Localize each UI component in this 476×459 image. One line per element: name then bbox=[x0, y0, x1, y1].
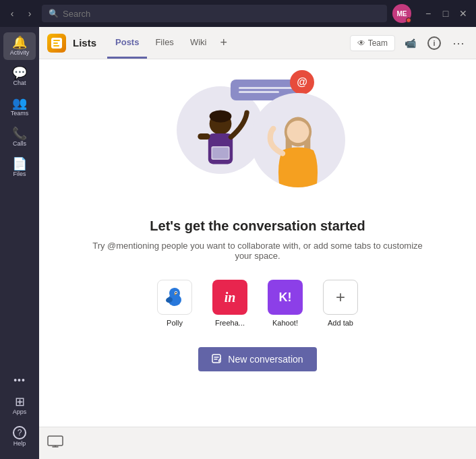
minimize-btn[interactable]: − bbox=[421, 8, 436, 19]
nav-back-btn[interactable]: ‹ bbox=[5, 9, 19, 18]
kahoot-icon: K! bbox=[268, 280, 303, 315]
app-tile-kahoot[interactable]: K! Kahoot! bbox=[262, 280, 309, 327]
search-bar[interactable]: 🔍 bbox=[42, 5, 387, 22]
add-tab-label: Add tab bbox=[328, 319, 353, 327]
device-icon[interactable] bbox=[47, 435, 63, 451]
app-tile-freehand[interactable]: in Freeha... bbox=[206, 280, 254, 327]
sidebar-item-more[interactable]: ••• bbox=[3, 371, 36, 389]
sidebar-item-activity[interactable]: 🔔 Activity bbox=[3, 32, 36, 60]
apps-row: Polly in Freeha... K! Kahoot! bbox=[151, 280, 364, 327]
teams-icon: 👥 bbox=[12, 97, 27, 109]
polly-bird-svg bbox=[162, 285, 187, 309]
video-icon: 📹 bbox=[405, 38, 416, 49]
top-bar: Lists Posts Files Wiki + 👁 Team 📹 i bbox=[39, 27, 476, 59]
search-input[interactable] bbox=[63, 9, 380, 19]
more-icon: ••• bbox=[13, 375, 26, 385]
files-icon: 📄 bbox=[12, 158, 27, 170]
tabs: Posts Files Wiki + bbox=[107, 27, 233, 59]
person-right-circle bbox=[251, 93, 345, 187]
main-content: @ bbox=[39, 59, 476, 427]
chat-icon: 💬 bbox=[12, 67, 27, 79]
title-bar: ‹ › 🔍 ME − □ ✕ bbox=[0, 0, 476, 27]
title-bar-right: ME − □ ✕ bbox=[392, 4, 471, 23]
video-call-btn[interactable]: 📹 bbox=[400, 34, 419, 53]
more-options-btn[interactable]: ⋯ bbox=[449, 34, 468, 53]
tab-posts[interactable]: Posts bbox=[107, 27, 147, 59]
subtext: Try @mentioning people you want to colla… bbox=[89, 241, 426, 261]
search-icon: 🔍 bbox=[49, 9, 59, 18]
lists-app-icon bbox=[47, 34, 66, 53]
content-area: Lists Posts Files Wiki + 👁 Team 📹 i bbox=[39, 27, 476, 459]
sidebar-item-chat[interactable]: 💬 Chat bbox=[3, 63, 36, 90]
close-btn[interactable]: ✕ bbox=[456, 8, 471, 19]
kahoot-label: Kahoot! bbox=[272, 319, 298, 327]
new-conversation-btn[interactable]: New conversation bbox=[198, 347, 316, 371]
polly-icon bbox=[157, 280, 192, 315]
svg-rect-3 bbox=[198, 133, 210, 140]
avatar-status bbox=[406, 18, 411, 23]
app-tile-polly[interactable]: Polly bbox=[151, 280, 198, 327]
edit-pencil-icon bbox=[212, 354, 222, 365]
freehand-text: in bbox=[225, 290, 236, 305]
team-button[interactable]: 👁 Team bbox=[350, 35, 395, 51]
window-controls: − □ ✕ bbox=[421, 8, 471, 19]
channel-title: Lists bbox=[73, 37, 96, 49]
illustration: @ bbox=[156, 73, 359, 208]
sidebar-item-teams[interactable]: 👥 Teams bbox=[3, 93, 36, 121]
nav-forward-btn[interactable]: › bbox=[23, 9, 36, 18]
sidebar-item-help[interactable]: ? Help bbox=[3, 422, 36, 451]
svg-point-1 bbox=[210, 110, 232, 122]
app-body: 🔔 Activity 💬 Chat 👥 Teams 📞 Calls 📄 File… bbox=[0, 27, 476, 459]
maximize-btn[interactable]: □ bbox=[438, 8, 453, 19]
app-tile-add[interactable]: + Add tab bbox=[317, 280, 364, 327]
person-dark-svg bbox=[190, 106, 251, 174]
svg-rect-20 bbox=[48, 436, 63, 446]
activity-icon: 🔔 bbox=[12, 36, 27, 49]
add-tab-icon: + bbox=[323, 280, 358, 315]
add-tab-btn[interactable]: + bbox=[214, 27, 233, 59]
polly-label: Polly bbox=[167, 319, 183, 327]
calls-icon: 📞 bbox=[12, 127, 27, 140]
nav-controls: ‹ › bbox=[5, 9, 36, 18]
top-bar-right: 👁 Team 📹 i ⋯ bbox=[350, 34, 468, 53]
info-btn[interactable]: i bbox=[425, 34, 444, 53]
person-light-svg bbox=[264, 113, 332, 187]
sidebar-item-apps[interactable]: ⊞ Apps bbox=[3, 392, 36, 419]
sidebar-item-files[interactable]: 📄 Files bbox=[3, 154, 36, 181]
freehand-icon: in bbox=[212, 280, 247, 315]
tab-wiki[interactable]: Wiki bbox=[182, 27, 215, 59]
info-icon: i bbox=[427, 36, 441, 50]
sidebar: 🔔 Activity 💬 Chat 👥 Teams 📞 Calls 📄 File… bbox=[0, 27, 39, 459]
apps-icon: ⊞ bbox=[15, 396, 25, 408]
svg-rect-5 bbox=[212, 148, 229, 158]
avatar[interactable]: ME bbox=[392, 4, 411, 23]
ellipsis-icon: ⋯ bbox=[452, 36, 465, 51]
freehand-label: Freeha... bbox=[215, 319, 245, 327]
svg-point-9 bbox=[287, 121, 309, 143]
sidebar-item-calls[interactable]: 📞 Calls bbox=[3, 123, 36, 151]
tab-files[interactable]: Files bbox=[147, 27, 181, 59]
add-icon: + bbox=[336, 288, 345, 307]
bottom-tab-bar bbox=[39, 427, 476, 459]
headline: Let's get the conversation started bbox=[150, 218, 365, 234]
eye-icon: 👁 bbox=[357, 38, 365, 48]
svg-point-15 bbox=[175, 292, 177, 293]
kahoot-text: K! bbox=[279, 290, 292, 305]
help-icon: ? bbox=[13, 426, 26, 439]
screen-icon bbox=[47, 435, 63, 448]
